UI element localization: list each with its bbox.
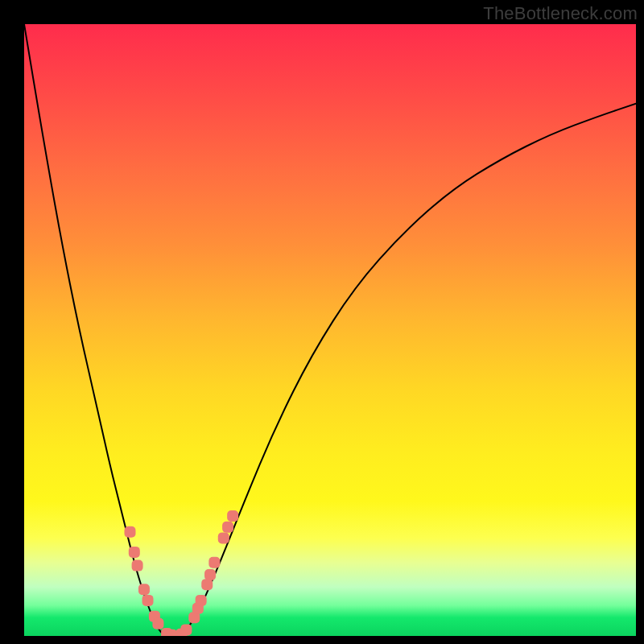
curve-group xyxy=(24,24,636,636)
data-marker xyxy=(142,595,154,606)
data-marker xyxy=(204,569,216,580)
data-marker xyxy=(138,584,150,595)
data-marker xyxy=(201,579,213,590)
plot-area xyxy=(24,24,636,636)
curve-left-branch xyxy=(24,24,174,636)
data-marker xyxy=(132,560,143,572)
data-marker xyxy=(129,547,140,558)
data-marker xyxy=(196,595,207,606)
curve-right-branch xyxy=(174,104,636,636)
watermark-text: TheBottleneck.com xyxy=(483,3,638,24)
chart-frame: TheBottleneck.com xyxy=(0,0,644,644)
data-marker xyxy=(222,522,233,533)
marker-group xyxy=(124,510,238,636)
data-marker xyxy=(152,618,163,630)
data-marker xyxy=(227,510,238,522)
data-marker xyxy=(180,624,192,635)
data-marker xyxy=(218,532,229,543)
chart-svg xyxy=(24,24,636,636)
data-marker xyxy=(208,557,220,568)
data-marker xyxy=(124,526,135,538)
data-marker xyxy=(166,630,177,636)
